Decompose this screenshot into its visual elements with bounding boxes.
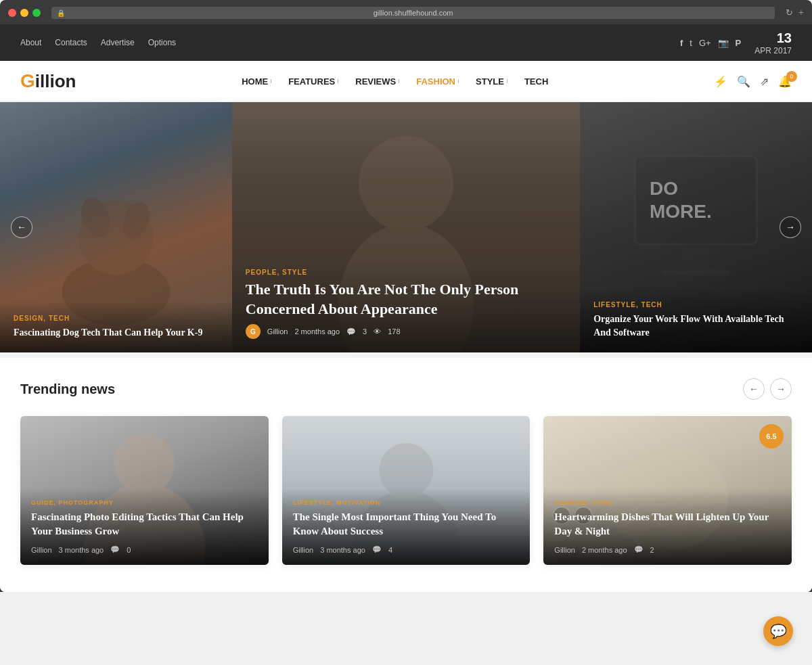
top-bar-nav: About Contacts Advertise Options [20,38,176,47]
lightning-icon[interactable]: ⚡ [714,75,727,88]
nav-features[interactable]: FEATURES ⁝ [288,76,339,87]
topbar-options[interactable]: Options [148,38,176,47]
hero-left-category: DESIGN, TECH [14,315,219,322]
card-0-comments: 0 [127,546,131,554]
nav-reviews-label: REVIEWS [355,76,396,87]
card-1-author: Gillion [293,546,314,554]
nav-tech-label: TECH [524,76,548,87]
trending-card-1[interactable]: LIFESTYLE, MOTIVATION The Single Most Im… [282,416,531,565]
comment-icon: 💬 [346,327,356,336]
card-2-time: 2 months ago [582,546,627,554]
cards-grid: GUIDE, PHOTOGRAPHY Fascinating Photo Edi… [20,416,792,565]
pinterest-icon[interactable]: P [736,38,742,48]
topbar-advertise[interactable]: Advertise [101,38,135,47]
nav-fashion[interactable]: FASHION ⁝ [416,76,459,87]
url-text: gillion.shufflehound.com [374,9,453,17]
trending-section: Trending news ← → GUIDE, PHO [0,358,812,592]
trending-prev-btn[interactable]: ← [743,378,765,400]
nav-reviews[interactable]: REVIEWS ⁝ [355,76,400,87]
hero-right-category: LIFESTYLE, TECH [593,301,798,308]
main-nav: HOME ⁝ FEATURES ⁝ REVIEWS ⁝ FASHION ⁝ ST… [242,76,548,87]
site-logo[interactable]: G illion [20,70,76,92]
date-display: 13 APR 2017 [754,30,792,55]
trending-nav: ← → [743,378,792,400]
nav-home-dot: ⁝ [270,78,272,85]
trending-card-0[interactable]: GUIDE, PHOTOGRAPHY Fascinating Photo Edi… [20,416,269,565]
logo-g: G [20,70,35,92]
svg-point-4 [359,136,453,231]
hero-center-views: 178 [388,327,400,336]
nav-features-dot: ⁝ [337,78,339,85]
topbar-about[interactable]: About [20,38,41,47]
card-2-author: Gillion [554,546,575,554]
card-2-comment-icon: 💬 [634,545,644,554]
hero-center-time: 2 months ago [294,327,340,336]
trending-next-btn[interactable]: → [770,378,792,400]
hero-right-title: Organize Your Work Flow With Available T… [593,313,798,339]
card-0-body: GUIDE, PHOTOGRAPHY Fascinating Photo Edi… [20,488,269,565]
hero-right-next[interactable]: → [780,216,801,238]
hero-card-right[interactable]: DOMORE. → LIFESTYLE, TECH Organize Your … [580,102,812,352]
card-0-category: GUIDE, PHOTOGRAPHY [31,499,258,506]
nav-tech[interactable]: TECH [524,76,548,87]
nav-style[interactable]: STYLE ⁝ [476,76,508,87]
card-1-comments: 4 [388,546,392,554]
date-year: 2017 [773,46,792,55]
social-icons: f t G+ 📷 P [680,38,741,48]
hero-left-prev[interactable]: ← [11,216,32,238]
main-header: G illion HOME ⁝ FEATURES ⁝ REVIEWS ⁝ FAS… [0,61,812,102]
twitter-icon[interactable]: t [690,38,692,48]
hero-card-center[interactable]: PEOPLE, STYLE The Truth Is You Are Not T… [232,102,580,352]
card-0-time: 3 months ago [59,546,104,554]
instagram-icon[interactable]: 📷 [718,38,729,48]
card-1-category: LIFESTYLE, MOTIVATION [293,499,520,506]
nav-home-label: HOME [242,76,268,87]
share-icon[interactable]: ⇗ [760,75,769,88]
reload-button[interactable]: ↻ [786,7,793,18]
nav-fashion-dot: ⁝ [457,78,459,85]
top-bar: About Contacts Advertise Options f t G+ … [0,24,812,61]
lock-icon: 🔒 [57,9,65,17]
minimize-button[interactable] [20,9,28,17]
card-1-body: LIFESTYLE, MOTIVATION The Single Most Im… [282,488,531,565]
url-bar[interactable]: 🔒 gillion.shufflehound.com [51,7,775,19]
nav-style-label: STYLE [476,76,504,87]
view-icon: 👁 [374,327,381,336]
trending-card-2[interactable]: 6.5 ← → COOKING, FOOD Heartwarming Dishe… [543,416,792,565]
nav-fashion-label: FASHION [416,76,455,87]
hero-center-avatar: G [246,324,261,339]
search-icon[interactable]: 🔍 [737,75,750,88]
hero-center-title: The Truth Is You Are Not The Only Person… [246,280,566,319]
hero-center-overlay: PEOPLE, STYLE The Truth Is You Are Not T… [232,255,580,352]
facebook-icon[interactable]: f [680,38,683,48]
trending-title: Trending news [20,382,115,397]
hero-center-category: PEOPLE, STYLE [246,269,566,276]
card-0-author: Gillion [31,546,52,554]
maximize-button[interactable] [32,9,41,17]
hero-center-author: Gillion [267,327,288,336]
svg-rect-8 [662,270,730,275]
date-month-year: APR 2017 [754,46,792,55]
expand-button[interactable]: + [798,7,804,18]
hero-card-left[interactable]: ← DESIGN, TECH Fascinating Dog Tech That… [0,102,232,352]
section-divider [0,352,812,358]
hero-right-overlay: LIFESTYLE, TECH Organize Your Work Flow … [580,288,812,352]
hero-left-overlay: DESIGN, TECH Fascinating Dog Tech That C… [0,301,232,353]
notification-badge[interactable]: 🔔 0 [778,75,792,88]
svg-rect-7 [683,244,710,271]
hero-section: ← DESIGN, TECH Fascinating Dog Tech That… [0,102,812,352]
nav-features-label: FEATURES [288,76,335,87]
card-0-meta: Gillion 3 months ago 💬 0 [31,545,258,554]
header-icons: ⚡ 🔍 ⇗ 🔔 0 [714,75,792,88]
notif-count: 0 [786,71,797,82]
trending-header: Trending news ← → [20,378,792,400]
close-button[interactable] [8,9,16,17]
nav-home[interactable]: HOME ⁝ [242,76,272,87]
logo-text: illion [35,71,76,92]
googleplus-icon[interactable]: G+ [699,38,711,48]
card-1-comment-icon: 💬 [372,545,382,554]
nav-style-dot: ⁝ [506,78,508,85]
topbar-contacts[interactable]: Contacts [55,38,87,47]
hero-center-comments: 3 [363,327,367,336]
card-1-meta: Gillion 3 months ago 💬 4 [293,545,520,554]
